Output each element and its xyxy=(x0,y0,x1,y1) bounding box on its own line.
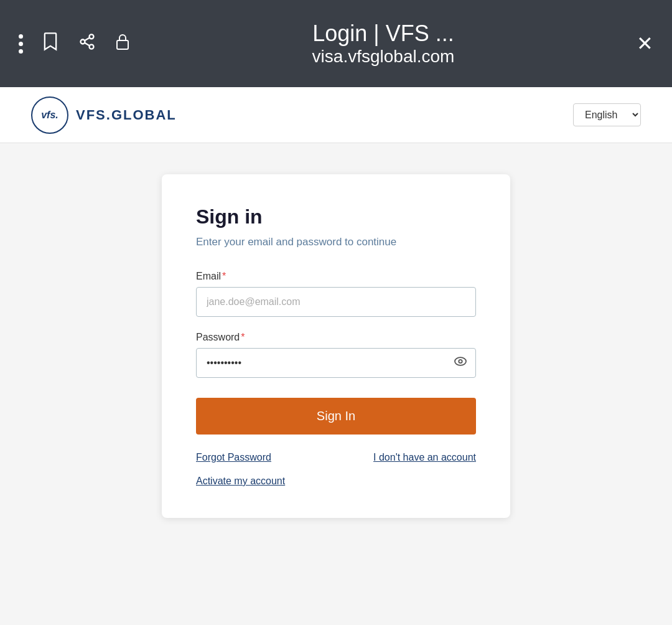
svg-point-1 xyxy=(81,39,85,44)
share-icon[interactable] xyxy=(78,33,96,55)
svg-line-4 xyxy=(85,37,90,40)
signin-button[interactable]: Sign In xyxy=(196,398,476,435)
browser-title-area: Login | VFS ... visa.vfsglobal.com xyxy=(149,21,618,67)
svg-line-3 xyxy=(85,42,90,45)
browser-toolbar: Login | VFS ... visa.vfsglobal.com ✕ xyxy=(0,0,672,87)
email-input[interactable] xyxy=(196,287,476,317)
email-group: Email* xyxy=(196,271,476,317)
bookmark-icon[interactable] xyxy=(42,32,59,56)
signin-title: Sign in xyxy=(196,205,476,228)
main-content: Sign in Enter your email and password to… xyxy=(0,143,672,625)
password-wrapper xyxy=(196,348,476,378)
toggle-password-icon[interactable] xyxy=(454,356,467,370)
password-required-star: * xyxy=(241,332,245,342)
svg-point-7 xyxy=(459,360,462,363)
password-input[interactable] xyxy=(196,348,476,378)
forgot-password-link[interactable]: Forgot Password xyxy=(196,452,271,463)
close-tab-button[interactable]: ✕ xyxy=(637,32,653,55)
language-selector-area[interactable]: English French Spanish Arabic Chinese xyxy=(573,103,641,126)
activate-account-link[interactable]: Activate my account xyxy=(196,476,285,487)
links-row: Forgot Password I don't have an account xyxy=(196,452,476,463)
password-group: Password* xyxy=(196,332,476,378)
language-select[interactable]: English French Spanish Arabic Chinese xyxy=(573,103,641,126)
page-title: Login | VFS ... xyxy=(149,21,618,47)
logo-area: vfs. VFS.GLOBAL xyxy=(31,96,177,134)
svg-point-2 xyxy=(90,44,94,49)
svg-point-6 xyxy=(455,357,466,365)
page-url: visa.vfsglobal.com xyxy=(149,47,618,67)
signin-card: Sign in Enter your email and password to… xyxy=(162,174,510,518)
lock-icon xyxy=(115,32,130,55)
logo-text: VFS.GLOBAL xyxy=(76,107,177,123)
svg-rect-5 xyxy=(117,40,128,49)
email-label: Email* xyxy=(196,271,476,282)
password-label: Password* xyxy=(196,332,476,343)
no-account-link[interactable]: I don't have an account xyxy=(373,452,476,463)
signin-subtitle: Enter your email and password to continu… xyxy=(196,236,476,248)
email-required-star: * xyxy=(222,271,226,281)
site-header: vfs. VFS.GLOBAL English French Spanish A… xyxy=(0,87,672,143)
svg-point-0 xyxy=(90,34,94,39)
menu-icon[interactable] xyxy=(19,34,23,54)
logo-icon: vfs. xyxy=(31,96,68,134)
